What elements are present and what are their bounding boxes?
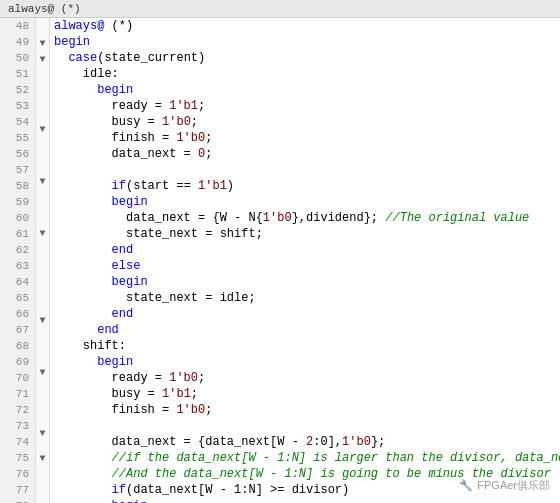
fold-indicator[interactable]: ▼: [36, 451, 49, 467]
code-line: [54, 418, 556, 434]
code-token: always@: [54, 18, 104, 34]
code-token: ;: [198, 370, 205, 386]
fold-indicator: [36, 467, 49, 476]
code-token: };: [371, 434, 385, 450]
code-token: ;: [205, 402, 212, 418]
fold-indicator: [36, 268, 49, 277]
fold-indicator: [36, 77, 49, 86]
fold-indicator[interactable]: ▼: [36, 122, 49, 138]
code-line: begin: [54, 354, 556, 370]
fold-indicator[interactable]: ▼: [36, 365, 49, 381]
fold-indicator[interactable]: ▼: [36, 313, 49, 329]
fold-indicator: [36, 165, 49, 174]
fold-indicator: [36, 156, 49, 165]
fold-indicator[interactable]: ▼: [36, 174, 49, 190]
fold-indicator[interactable]: ▼: [36, 426, 49, 442]
code-line: data_next = {W - N{1'b0},dividend}; //Th…: [54, 210, 556, 226]
code-token: 1'b0: [263, 210, 292, 226]
code-token: data_next = {W - N{: [54, 210, 263, 226]
line-number: 57: [6, 162, 29, 178]
code-line: finish = 1'b0;: [54, 402, 556, 418]
fold-indicator: [36, 295, 49, 304]
fold-indicator: [36, 138, 49, 147]
fold-indicator: [36, 208, 49, 217]
fold-indicator: [36, 417, 49, 426]
line-number: 77: [6, 482, 29, 498]
code-token: ;: [191, 386, 198, 402]
code-token: if: [54, 178, 126, 194]
code-token: ready =: [54, 370, 169, 386]
code-token: case: [54, 50, 97, 66]
code-token: end: [54, 322, 119, 338]
fold-indicator: [36, 390, 49, 399]
code-line: shift:: [54, 338, 556, 354]
code-line: idle:: [54, 66, 556, 82]
fold-column: ▼▼▼▼▼▼▼▼▼: [36, 18, 50, 503]
line-number: 63: [6, 258, 29, 274]
line-number: 67: [6, 322, 29, 338]
code-line: end: [54, 306, 556, 322]
line-number: 58: [6, 178, 29, 194]
code-token: (start ==: [126, 178, 198, 194]
fold-indicator[interactable]: ▼: [36, 52, 49, 68]
fold-indicator: [36, 95, 49, 104]
code-token: begin: [54, 498, 148, 503]
fold-indicator: [36, 494, 49, 503]
header-title: always@ (*): [8, 0, 81, 18]
line-number: 56: [6, 146, 29, 162]
line-number: 70: [6, 370, 29, 386]
line-number: 54: [6, 114, 29, 130]
fold-indicator: [36, 277, 49, 286]
code-token: busy =: [54, 386, 162, 402]
code-line: case(state_current): [54, 50, 556, 66]
code-token: state_next = idle;: [54, 290, 256, 306]
fold-indicator: [36, 199, 49, 208]
code-line: end: [54, 242, 556, 258]
fold-indicator: [36, 286, 49, 295]
code-token: ;: [205, 130, 212, 146]
code-token: 1'b0: [169, 370, 198, 386]
line-number: 59: [6, 194, 29, 210]
fold-indicator: [36, 408, 49, 417]
line-number: 68: [6, 338, 29, 354]
code-token: (*): [104, 18, 133, 34]
line-number: 66: [6, 306, 29, 322]
code-token: ;: [198, 98, 205, 114]
fold-indicator: [36, 250, 49, 259]
code-token: :0],: [313, 434, 342, 450]
code-line: state_next = shift;: [54, 226, 556, 242]
line-number: 69: [6, 354, 29, 370]
code-line: //if the data_next[W - 1:N] is larger th…: [54, 450, 556, 466]
line-number: 76: [6, 466, 29, 482]
fold-indicator[interactable]: ▼: [36, 226, 49, 242]
code-line: state_next = idle;: [54, 290, 556, 306]
code-line: always@ (*): [54, 18, 556, 34]
fold-indicator: [36, 338, 49, 347]
code-token: begin: [54, 34, 90, 50]
fold-indicator: [36, 217, 49, 226]
watermark-text: FPGAer俱乐部: [477, 478, 550, 493]
fold-indicator: [36, 476, 49, 485]
fold-indicator[interactable]: ▼: [36, 36, 49, 52]
code-line: [54, 162, 556, 178]
line-number: 49: [6, 34, 29, 50]
code-token: 1'b0: [176, 402, 205, 418]
code-token: state_next = shift;: [54, 226, 263, 242]
line-number: 61: [6, 226, 29, 242]
code-line: begin: [54, 274, 556, 290]
code-token: 0: [198, 146, 205, 162]
fold-indicator: [36, 329, 49, 338]
code-token: },dividend};: [292, 210, 378, 226]
code-token: 1'b0: [176, 130, 205, 146]
fold-indicator: [36, 347, 49, 356]
code-line: ready = 1'b0;: [54, 370, 556, 386]
fold-indicator: [36, 104, 49, 113]
code-token: ;: [191, 114, 198, 130]
code-line: data_next = {data_next[W - 2:0],1'b0};: [54, 434, 556, 450]
code-token: end: [54, 306, 133, 322]
fold-indicator: [36, 68, 49, 77]
line-number: 71: [6, 386, 29, 402]
code-token: data_next =: [54, 146, 198, 162]
code-container: always@ (*) 4849505152535455565758596061…: [0, 0, 560, 503]
code-line: begin: [54, 498, 556, 503]
